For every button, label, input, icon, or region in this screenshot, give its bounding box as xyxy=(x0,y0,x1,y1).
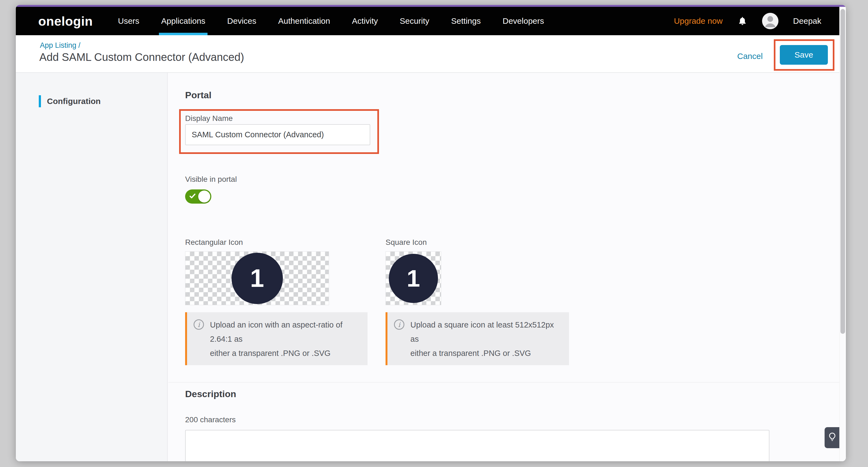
onelogin-brand-icon: 1 xyxy=(389,254,438,303)
onelogin-logo[interactable]: onelogin xyxy=(38,7,93,35)
square-icon-hint: i Upload a square icon at least 512x512p… xyxy=(385,312,569,365)
portal-section-heading: Portal xyxy=(185,90,211,100)
info-icon: i xyxy=(394,319,404,330)
hint-line2: either a transparent .PNG or .SVG xyxy=(410,349,531,357)
description-textarea[interactable] xyxy=(185,430,769,461)
hint-line1: Upload a square icon at least 512x512px … xyxy=(410,320,554,343)
browser-window: onelogin Users Applications Devices Auth… xyxy=(16,5,846,461)
nav-item-settings[interactable]: Settings xyxy=(451,7,480,35)
breadcrumb[interactable]: App Listing / xyxy=(40,41,81,50)
rectangular-icon-hint: i Upload an icon with an aspect-ratio of… xyxy=(185,312,368,365)
sidebar-item-configuration[interactable]: Configuration xyxy=(39,95,101,107)
nav-item-security[interactable]: Security xyxy=(400,7,429,35)
toggle-knob xyxy=(198,190,210,203)
visible-in-portal-toggle[interactable] xyxy=(185,189,211,204)
user-avatar[interactable] xyxy=(762,13,778,29)
scrollbar-thumb[interactable] xyxy=(840,9,845,334)
description-section-heading: Description xyxy=(185,389,236,399)
square-icon-label: Square Icon xyxy=(385,238,427,247)
upgrade-now-link[interactable]: Upgrade now xyxy=(674,17,722,26)
top-nav-bar: onelogin Users Applications Devices Auth… xyxy=(16,7,839,35)
display-name-input[interactable] xyxy=(185,124,370,145)
nav-item-activity[interactable]: Activity xyxy=(352,7,378,35)
visible-in-portal-label: Visible in portal xyxy=(185,175,237,184)
user-name[interactable]: Deepak xyxy=(793,17,821,26)
nav-item-users[interactable]: Users xyxy=(118,7,139,35)
nav-item-devices[interactable]: Devices xyxy=(227,7,256,35)
nav-item-developers[interactable]: Developers xyxy=(503,7,544,35)
sidebar: Configuration xyxy=(16,73,168,461)
main-nav: Users Applications Devices Authenticatio… xyxy=(118,7,544,35)
check-icon xyxy=(189,192,196,199)
section-divider xyxy=(168,382,839,383)
header-right-cluster: Upgrade now Deepak xyxy=(674,7,821,35)
hint-text: Upload an icon with an aspect-ratio of 2… xyxy=(210,318,360,360)
sidebar-item-label: Configuration xyxy=(47,97,101,106)
page-title-bar: App Listing / Add SAML Custom Connector … xyxy=(16,35,839,73)
rectangular-icon-preview[interactable]: 1 xyxy=(185,251,329,305)
window-accent-bar xyxy=(16,5,846,7)
character-counter: 200 characters xyxy=(185,415,236,424)
help-lightbulb-button[interactable] xyxy=(825,427,840,448)
nav-item-applications[interactable]: Applications xyxy=(161,7,205,35)
square-icon-preview[interactable]: 1 xyxy=(385,251,441,305)
hint-text: Upload a square icon at least 512x512px … xyxy=(410,318,561,360)
display-name-label: Display Name xyxy=(185,114,232,123)
hint-line2: either a transparent .PNG or .SVG xyxy=(210,349,331,357)
onelogin-brand-icon: 1 xyxy=(231,253,283,304)
scrollbar-track[interactable] xyxy=(839,7,846,461)
cancel-button[interactable]: Cancel xyxy=(737,52,763,61)
save-button[interactable]: Save xyxy=(780,45,828,65)
page-title: Add SAML Custom Connector (Advanced) xyxy=(39,51,244,63)
lightbulb-icon xyxy=(827,432,837,444)
nav-item-authentication[interactable]: Authentication xyxy=(278,7,330,35)
active-item-accent-bar xyxy=(39,95,41,107)
hint-line1: Upload an icon with an aspect-ratio of 2… xyxy=(210,320,342,343)
notifications-bell-icon[interactable] xyxy=(738,15,747,27)
info-icon: i xyxy=(194,319,204,330)
rectangular-icon-label: Rectangular Icon xyxy=(185,238,243,247)
